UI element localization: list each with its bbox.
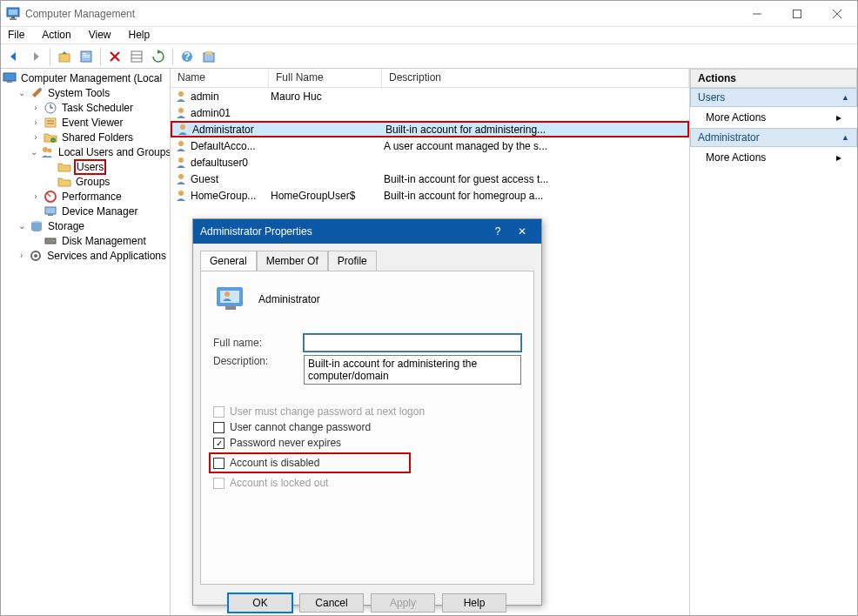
actions-more-admin[interactable]: More Actions▸ — [690, 147, 857, 168]
list-row[interactable]: defaultuser0 — [171, 154, 689, 171]
tree-node-disk-management[interactable]: Disk Management — [30, 233, 168, 248]
fullname-input[interactable] — [304, 334, 521, 352]
col-name[interactable]: Name — [171, 69, 269, 87]
actions-section-administrator[interactable]: Administrator▲ — [690, 128, 857, 147]
tree-node-users[interactable]: Users — [44, 159, 168, 174]
list-row[interactable]: admin01 — [171, 104, 689, 121]
list-row[interactable]: AdministratorBuilt-in account for admini… — [171, 121, 689, 137]
checkbox-disabled[interactable]: Account is disabled — [209, 452, 411, 473]
collapse-icon[interactable]: ⌄ — [17, 88, 27, 97]
tree-node-services-apps[interactable]: ›Services and Applications — [17, 248, 168, 263]
tree-node-storage[interactable]: ⌄Storage — [17, 218, 168, 233]
menu-file[interactable]: File — [6, 29, 26, 42]
actions-pane: Actions Users▲ More Actions▸ Administrat… — [690, 69, 857, 615]
minimize-button[interactable] — [737, 1, 777, 27]
tree-node-task-scheduler[interactable]: ›Task Scheduler — [30, 100, 168, 115]
actions-more-users[interactable]: More Actions▸ — [690, 107, 857, 128]
tab-memberof[interactable]: Member Of — [257, 251, 328, 271]
tab-general[interactable]: General — [200, 251, 257, 271]
computer-icon — [3, 71, 17, 85]
user-icon — [174, 106, 188, 120]
collapse-icon[interactable]: ▲ — [841, 133, 849, 142]
expand-icon[interactable]: › — [30, 132, 41, 142]
menu-help[interactable]: Help — [127, 29, 152, 42]
menu-action[interactable]: Action — [40, 29, 72, 42]
refresh-button[interactable] — [149, 47, 168, 66]
description-input[interactable] — [304, 355, 521, 385]
disk-icon — [44, 234, 57, 248]
checkbox-icon — [213, 478, 225, 489]
list-button[interactable] — [127, 47, 146, 66]
checkbox-icon — [213, 422, 225, 433]
user-icon — [176, 123, 190, 137]
tree-node-local-users-groups[interactable]: ⌄Local Users and Groups — [30, 144, 168, 159]
svg-point-46 — [178, 141, 184, 146]
dialog-titlebar[interactable]: Administrator Properties ? ✕ — [193, 219, 541, 244]
list-row[interactable]: HomeGroup...HomeGroupUser$Built-in accou… — [171, 187, 689, 204]
menu-view[interactable]: View — [87, 29, 113, 42]
list-header: Name Full Name Description — [171, 69, 689, 88]
tree-pane[interactable]: Computer Management (Local ⌄ System Tool… — [1, 69, 171, 615]
help-button[interactable]: ? — [178, 47, 197, 66]
export-button[interactable] — [199, 47, 218, 66]
tree-node-groups[interactable]: Groups — [44, 174, 168, 189]
tools-icon — [30, 86, 44, 100]
tree-node-root[interactable]: Computer Management (Local — [3, 70, 168, 85]
ok-button[interactable]: OK — [228, 593, 292, 613]
user-icon — [213, 282, 248, 317]
svg-point-47 — [178, 157, 184, 163]
list-row[interactable]: GuestBuilt-in account for guest access t… — [171, 171, 689, 187]
toolbar: ? — [1, 44, 857, 69]
up-button[interactable] — [55, 47, 74, 66]
description-label: Description: — [213, 355, 304, 367]
cancel-button[interactable]: Cancel — [299, 593, 364, 613]
checkbox-icon — [213, 458, 225, 469]
list-row[interactable]: adminMauro Huc — [171, 88, 689, 104]
folder-share-icon — [44, 131, 57, 144]
svg-rect-8 — [59, 54, 70, 62]
dialog-help-button[interactable]: ? — [486, 225, 510, 238]
svg-point-45 — [180, 124, 185, 130]
clock-icon — [44, 101, 57, 115]
maximize-button[interactable] — [777, 1, 817, 27]
dialog-title: Administrator Properties — [200, 225, 486, 238]
tree-node-device-manager[interactable]: Device Manager — [30, 204, 168, 218]
forward-button[interactable] — [26, 47, 45, 66]
collapse-icon[interactable]: ▲ — [841, 93, 849, 102]
svg-point-24 — [38, 88, 42, 91]
svg-point-43 — [178, 91, 184, 97]
expand-icon[interactable]: › — [30, 117, 41, 127]
expand-icon[interactable]: › — [17, 251, 26, 260]
svg-rect-2 — [11, 17, 15, 18]
apply-button[interactable]: Apply — [371, 593, 435, 613]
delete-button[interactable] — [105, 47, 124, 66]
menu-bar: File Action View Help — [1, 27, 857, 44]
events-icon — [44, 116, 57, 130]
tree-node-event-viewer[interactable]: ›Event Viewer — [30, 115, 168, 130]
window-title: Computer Management — [25, 8, 737, 20]
expand-icon[interactable]: › — [30, 103, 41, 112]
svg-point-40 — [53, 240, 55, 242]
checkbox-neverexpire[interactable]: ✓Password never expires — [213, 437, 521, 449]
collapse-icon[interactable]: ⌄ — [17, 221, 27, 231]
folder-icon — [57, 175, 71, 189]
tree-node-performance[interactable]: ›Performance — [30, 189, 168, 204]
tree-node-shared-folders[interactable]: ›Shared Folders — [30, 130, 168, 144]
checkbox-cannotchange[interactable]: User cannot change password — [213, 421, 521, 433]
col-description[interactable]: Description — [382, 69, 689, 87]
col-fullname[interactable]: Full Name — [269, 69, 382, 87]
expand-icon[interactable]: › — [30, 191, 41, 201]
properties-button[interactable] — [77, 47, 96, 66]
dialog-close-button[interactable]: ✕ — [510, 225, 534, 238]
actions-section-users[interactable]: Users▲ — [690, 88, 857, 107]
tree-node-system-tools[interactable]: ⌄ System Tools — [17, 85, 168, 100]
collapse-icon[interactable]: ⌄ — [30, 147, 37, 157]
close-button[interactable] — [817, 1, 857, 27]
help-button[interactable]: Help — [442, 593, 506, 613]
svg-rect-21 — [205, 51, 212, 55]
tab-profile[interactable]: Profile — [328, 251, 377, 271]
checkbox-icon — [213, 406, 225, 418]
checkbox-mustchange: User must change password at next logon — [213, 405, 521, 418]
list-row[interactable]: DefaultAcco...A user account managed by … — [171, 137, 689, 154]
back-button[interactable] — [4, 47, 23, 66]
